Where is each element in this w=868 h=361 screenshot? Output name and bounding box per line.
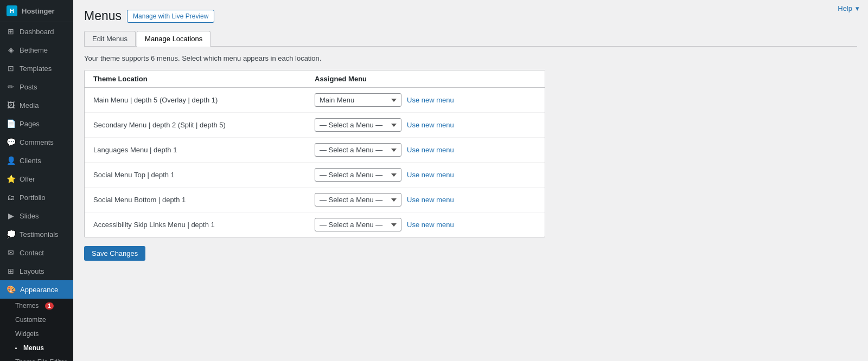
themes-label: Themes [15, 302, 39, 310]
sidebar-item-label: Contact [20, 249, 44, 257]
sidebar-item-label: Posts [20, 83, 37, 91]
sidebar-item-widgets[interactable]: Widgets [0, 327, 73, 341]
sidebar-item-label: Offer [20, 175, 35, 183]
use-new-menu-link[interactable]: Use new menu [407, 196, 454, 204]
appearance-label: Appearance [20, 286, 58, 294]
sidebar-item-label: Templates [20, 65, 52, 73]
sidebar-item-portfolio[interactable]: 🗂 Portfolio [0, 188, 73, 207]
main-menu-select[interactable]: Main Menu — Select a Menu — [315, 93, 401, 107]
sidebar-item-dashboard[interactable]: ⊞ Dashboard [0, 22, 73, 41]
row-control: — Select a Menu — Main Menu Use new menu [315, 118, 536, 132]
sidebar-item-slides[interactable]: ▶ Slides [0, 207, 73, 225]
posts-icon: ✏ [7, 82, 15, 91]
sidebar-item-menus[interactable]: Menus [0, 341, 73, 355]
sidebar-item-media[interactable]: 🖼 Media [0, 96, 73, 114]
tab-manage-locations[interactable]: Manage Locations [137, 31, 210, 47]
row-control: Main Menu — Select a Menu — Use new menu [315, 93, 536, 107]
sidebar-item-betheme[interactable]: ◈ Betheme [0, 41, 73, 59]
table-row: Social Menu Top | depth 1 — Select a Men… [85, 163, 545, 188]
sidebar-item-posts[interactable]: ✏ Posts [0, 78, 73, 96]
clients-icon: 👤 [7, 156, 15, 165]
table-row: Languages Menu | depth 1 — Select a Menu… [85, 138, 545, 163]
use-new-menu-link[interactable]: Use new menu [407, 121, 454, 129]
dashboard-icon: ⊞ [7, 27, 15, 36]
comments-icon: 💬 [7, 138, 15, 146]
main-content: Help ▾ Menus Manage with Live Preview Ed… [73, 0, 868, 361]
sidebar-item-label: Portfolio [20, 194, 46, 202]
table-row: Accessibility Skip Links Menu | depth 1 … [85, 212, 545, 237]
row-label: Social Menu Top | depth 1 [93, 171, 315, 179]
sidebar-item-pages[interactable]: 📄 Pages [0, 114, 73, 133]
sidebar-brand[interactable]: H Hostinger [0, 0, 73, 22]
sidebar-item-label: Comments [20, 138, 54, 146]
sidebar-item-appearance[interactable]: 🎨 Appearance [0, 280, 73, 299]
row-label: Languages Menu | depth 1 [93, 146, 315, 154]
use-new-menu-link[interactable]: Use new menu [407, 171, 454, 179]
contact-icon: ✉ [7, 248, 15, 257]
sidebar-item-clients[interactable]: 👤 Clients [0, 151, 73, 170]
sidebar-item-layouts[interactable]: ⊞ Layouts [0, 262, 73, 280]
tabs: Edit Menus Manage Locations [84, 31, 857, 47]
use-new-menu-link[interactable]: Use new menu [407, 96, 454, 104]
templates-icon: ⊡ [7, 64, 15, 73]
widgets-label: Widgets [15, 330, 39, 338]
social-bottom-menu-select[interactable]: — Select a Menu — Main Menu [315, 193, 401, 207]
sidebar-item-customize[interactable]: Customize [0, 313, 73, 327]
sidebar-item-label: Media [20, 101, 39, 109]
languages-menu-select[interactable]: — Select a Menu — Main Menu [315, 143, 401, 157]
brand-icon: H [7, 5, 17, 16]
theme-file-editor-label: Theme File Editor [15, 358, 67, 361]
row-label: Social Menu Bottom | depth 1 [93, 196, 315, 204]
portfolio-icon: 🗂 [7, 193, 15, 202]
sidebar-item-label: Dashboard [20, 28, 54, 36]
page-subtitle: Your theme supports 6 menus. Select whic… [84, 54, 857, 62]
row-control: — Select a Menu — Main Menu Use new menu [315, 193, 536, 207]
table-header: Theme Location Assigned Menu [85, 70, 545, 88]
help-label: Help [838, 4, 852, 12]
testimonials-icon: 💭 [7, 230, 15, 238]
sidebar-item-contact[interactable]: ✉ Contact [0, 243, 73, 262]
sidebar-item-templates[interactable]: ⊡ Templates [0, 59, 73, 78]
betheme-icon: ◈ [7, 46, 15, 54]
row-control: — Select a Menu — Main Menu Use new menu [315, 143, 536, 157]
sidebar-item-testimonials[interactable]: 💭 Testimonials [0, 225, 73, 243]
social-top-menu-select[interactable]: — Select a Menu — Main Menu [315, 168, 401, 182]
sidebar-item-theme-file-editor[interactable]: Theme File Editor [0, 355, 73, 361]
sidebar-item-comments[interactable]: 💬 Comments [0, 133, 73, 151]
menus-label: Menus [23, 344, 44, 352]
brand-label: Hostinger [22, 7, 55, 15]
sidebar-item-themes[interactable]: Themes 1 [0, 299, 73, 313]
locations-table: Theme Location Assigned Menu Main Menu |… [84, 70, 545, 237]
tab-edit-menus[interactable]: Edit Menus [84, 31, 136, 46]
media-icon: 🖼 [7, 101, 15, 109]
topbar[interactable]: Help ▾ [829, 0, 868, 17]
manage-live-preview-button[interactable]: Manage with Live Preview [127, 10, 214, 23]
sidebar-item-label: Clients [20, 157, 41, 165]
offer-icon: ⭐ [7, 175, 15, 183]
secondary-menu-select[interactable]: — Select a Menu — Main Menu [315, 118, 401, 132]
row-label: Main Menu | depth 5 (Overlay | depth 1) [93, 96, 315, 104]
slides-icon: ▶ [7, 211, 15, 220]
sidebar-item-label: Betheme [20, 46, 48, 54]
sidebar-item-label: Testimonials [20, 230, 59, 238]
sidebar-item-label: Layouts [20, 267, 44, 275]
table-row: Social Menu Bottom | depth 1 — Select a … [85, 188, 545, 212]
table-row: Main Menu | depth 5 (Overlay | depth 1) … [85, 88, 545, 113]
row-control: — Select a Menu — Main Menu Use new menu [315, 168, 536, 182]
themes-badge: 1 [45, 302, 54, 310]
col-theme-location: Theme Location [93, 75, 315, 83]
sidebar-item-offer[interactable]: ⭐ Offer [0, 170, 73, 188]
use-new-menu-link[interactable]: Use new menu [407, 146, 454, 154]
accessibility-menu-select[interactable]: — Select a Menu — Main Menu [315, 218, 401, 231]
appearance-submenu: Themes 1 Customize Widgets Menus Theme F… [0, 299, 73, 361]
table-row: Secondary Menu | depth 2 (Split | depth … [85, 113, 545, 138]
sidebar-item-label: Pages [20, 120, 40, 128]
use-new-menu-link[interactable]: Use new menu [407, 221, 454, 229]
layouts-icon: ⊞ [7, 267, 15, 275]
appearance-icon: 🎨 [7, 285, 16, 294]
col-assigned-menu: Assigned Menu [315, 75, 536, 83]
sidebar: H Hostinger ⊞ Dashboard ◈ Betheme ⊡ Temp… [0, 0, 73, 361]
save-changes-button[interactable]: Save Changes [84, 246, 145, 261]
sidebar-item-label: Slides [20, 212, 39, 220]
customize-label: Customize [15, 316, 46, 324]
